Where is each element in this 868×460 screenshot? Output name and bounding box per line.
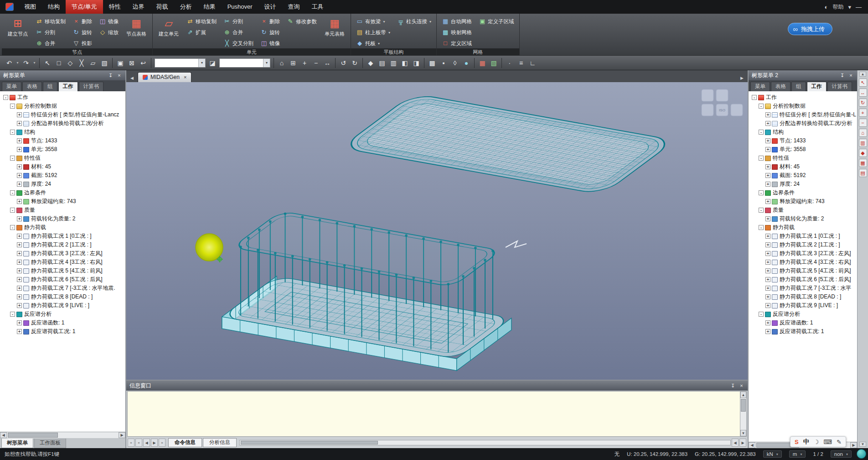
display-icon[interactable]: ▦ bbox=[477, 58, 488, 68]
scroll-down-icon[interactable]: ▼ bbox=[740, 430, 746, 436]
left-tree-item-7[interactable]: -特性值 bbox=[1, 154, 125, 162]
zoom-fit-icon[interactable]: ⌂ bbox=[276, 58, 287, 68]
right-tree-item-22[interactable]: +静力荷载工况 7 [-3工况 : 水平 bbox=[750, 284, 857, 293]
tree-expander-icon[interactable]: - bbox=[759, 208, 764, 213]
tree-expander-icon[interactable]: + bbox=[17, 147, 22, 152]
app-logo-icon[interactable] bbox=[5, 3, 14, 11]
left-tree-item-6[interactable]: +单元: 3558 bbox=[1, 145, 125, 154]
prev-tab-icon[interactable]: ◀ bbox=[143, 439, 150, 447]
tree-expander-icon[interactable]: + bbox=[765, 216, 770, 221]
right-tree-item-13[interactable]: -质量 bbox=[750, 206, 857, 214]
drag-upload-button[interactable]: ∞ 拖拽上传 bbox=[788, 23, 832, 35]
right-tree-item-24[interactable]: +静力荷载工况 9 [LIVE : ] bbox=[750, 301, 857, 310]
pin-icon[interactable]: ↧ bbox=[839, 73, 845, 78]
tree-expander-icon[interactable]: + bbox=[17, 268, 22, 273]
model-canvas[interactable]: ISO bbox=[126, 82, 748, 380]
tree-expander-icon[interactable]: + bbox=[765, 329, 770, 334]
ribbon-button-divide-elements[interactable]: ✂分割 bbox=[222, 16, 255, 26]
tools-icon[interactable]: ✎ bbox=[837, 439, 842, 445]
shrink-elements-icon[interactable]: ▪ bbox=[438, 58, 449, 68]
ribbon-button-translate-copy-nodes[interactable]: ⇄移动复制 bbox=[34, 16, 67, 26]
ribbon-button-create-elements[interactable]: ▱建立单元 bbox=[156, 15, 181, 37]
menu-item-8[interactable]: Pushover bbox=[222, 0, 258, 14]
tree-expander-icon[interactable]: - bbox=[10, 225, 15, 230]
right-panel-tab-2[interactable]: 组 bbox=[791, 82, 806, 91]
left-tree-item-13[interactable]: -质量 bbox=[1, 206, 125, 214]
moon-icon[interactable]: ☽ bbox=[814, 439, 819, 445]
left-panel-tab-1[interactable]: 表格 bbox=[22, 82, 42, 91]
right-tree-item-20[interactable]: +静力荷载工况 5 [4工况 : 前风] bbox=[750, 267, 857, 275]
left-tree-item-14[interactable]: +荷载转化为质量: 2 bbox=[1, 214, 125, 223]
tree-expander-icon[interactable]: + bbox=[765, 242, 770, 247]
front-view-tool-icon[interactable]: ▥ bbox=[859, 139, 867, 147]
select-intersect-icon[interactable]: ╳ bbox=[76, 58, 87, 68]
tab-scroll-right-icon[interactable]: ▶ bbox=[739, 76, 745, 82]
tree-expander-icon[interactable]: + bbox=[765, 260, 770, 265]
right-tree-item-3[interactable]: +分配边界转换给荷载工况/分析 bbox=[750, 119, 857, 128]
tree-expander-icon[interactable]: + bbox=[765, 303, 770, 308]
ribbon-button-divide-nodes[interactable]: ✂分割 bbox=[34, 27, 67, 37]
tree-expander-icon[interactable]: + bbox=[17, 320, 22, 325]
left-tree-item-15[interactable]: -静力荷载 bbox=[1, 223, 125, 232]
scroll-left-icon[interactable]: ◀ bbox=[0, 432, 7, 438]
scroll-track[interactable] bbox=[7, 432, 119, 438]
left-tree-item-8[interactable]: +材料: 45 bbox=[1, 162, 125, 171]
right-tree-item-17[interactable]: +静力荷载工况 2 [1工况 : ] bbox=[750, 240, 857, 249]
redo-icon[interactable]: ↷ bbox=[21, 58, 31, 68]
left-tree-item-3[interactable]: +分配边界转换给荷载工况/分析 bbox=[1, 119, 125, 128]
tree-expander-icon[interactable]: + bbox=[765, 251, 770, 256]
front-view-icon[interactable]: ▥ bbox=[388, 58, 399, 68]
unselect-all-icon[interactable]: ⊠ bbox=[126, 58, 137, 68]
document-tab-close-icon[interactable]: × bbox=[184, 74, 186, 80]
select-tool-icon[interactable]: ↖ bbox=[859, 78, 867, 87]
right-tree-item-21[interactable]: +静力荷载工况 6 [5工况 : 后风] bbox=[750, 275, 857, 284]
tree-expander-icon[interactable]: + bbox=[765, 164, 770, 169]
tree-expander-icon[interactable]: - bbox=[10, 190, 15, 195]
tree-expander-icon[interactable]: - bbox=[10, 156, 15, 161]
select-volume-icon[interactable]: ▧ bbox=[99, 58, 110, 68]
tree-expander-icon[interactable]: + bbox=[17, 294, 22, 299]
tree-expander-icon[interactable]: + bbox=[17, 138, 22, 143]
tree-expander-icon[interactable]: - bbox=[10, 208, 15, 213]
message-output[interactable]: ▲ ▼ bbox=[127, 391, 747, 437]
left-tree-item-18[interactable]: +静力荷载工况 3 [2工况 : 左风] bbox=[1, 249, 125, 258]
ribbon-button-extrude-elements[interactable]: ⇗扩展 bbox=[185, 27, 218, 37]
right-tree-item-14[interactable]: +荷载转化为质量: 2 bbox=[750, 214, 857, 223]
menu-item-6[interactable]: 分析 bbox=[174, 0, 198, 14]
left-panel-bottom-tab-0[interactable]: 树形菜单 bbox=[1, 439, 33, 448]
select-icon[interactable]: ↖ bbox=[42, 58, 53, 68]
right-tree-item-6[interactable]: +单元: 3558 bbox=[750, 145, 857, 154]
left-tree-item-27[interactable]: +反应谱荷载工况: 1 bbox=[1, 327, 125, 336]
message-vertical-scrollbar[interactable]: ▲ ▼ bbox=[740, 392, 746, 436]
render-view-icon[interactable]: ● bbox=[461, 58, 472, 68]
left-tree-item-0[interactable]: -工作 bbox=[1, 93, 125, 102]
tree-expander-icon[interactable]: - bbox=[10, 312, 15, 317]
select-previous-icon[interactable]: ↩ bbox=[138, 58, 149, 68]
ribbon-button-merge-elements[interactable]: ⊕合并 bbox=[222, 27, 255, 37]
named-volume-combo[interactable]: ▾ bbox=[219, 58, 270, 68]
ribbon-button-element-table[interactable]: ▦单元表格 bbox=[322, 15, 347, 37]
next-tab-icon[interactable]: ▶ bbox=[151, 439, 158, 447]
node-snap-icon[interactable]: ∙ bbox=[504, 58, 515, 68]
tree-expander-icon[interactable]: + bbox=[765, 294, 770, 299]
help-menu[interactable]: 帮助 bbox=[832, 3, 843, 11]
tree-expander-icon[interactable]: + bbox=[765, 234, 770, 239]
tree-expander-icon[interactable]: - bbox=[3, 95, 8, 100]
left-tree-item-21[interactable]: +静力荷载工况 6 [5工况 : 后风] bbox=[1, 275, 125, 284]
ribbon-button-column-head-connection[interactable]: ╦柱头连接▾ bbox=[395, 16, 433, 26]
display-option-icon[interactable]: ▧ bbox=[488, 58, 499, 68]
menu-item-9[interactable]: 设计 bbox=[258, 0, 282, 14]
perspective-icon[interactable]: ◊ bbox=[450, 58, 460, 68]
tab-scroll-left-icon[interactable]: ◀ bbox=[129, 76, 135, 82]
menu-item-7[interactable]: 结果 bbox=[198, 0, 222, 14]
tree-expander-icon[interactable]: + bbox=[765, 112, 770, 117]
ortho-icon[interactable]: ∟ bbox=[527, 58, 538, 68]
ribbon-button-define-domain[interactable]: □定义区域 bbox=[440, 38, 474, 48]
ribbon-button-rotate-elements[interactable]: ↻旋转 bbox=[258, 27, 282, 37]
tree-expander-icon[interactable]: + bbox=[17, 242, 22, 247]
right-tree-item-15[interactable]: -静力荷载 bbox=[750, 223, 857, 232]
left-tree-item-23[interactable]: +静力荷载工况 8 [DEAD : ] bbox=[1, 293, 125, 301]
scroll-left-icon[interactable]: ◀ bbox=[732, 439, 739, 447]
first-tab-icon[interactable]: « bbox=[135, 439, 142, 447]
right-tree-item-23[interactable]: +静力荷载工况 8 [DEAD : ] bbox=[750, 293, 857, 301]
